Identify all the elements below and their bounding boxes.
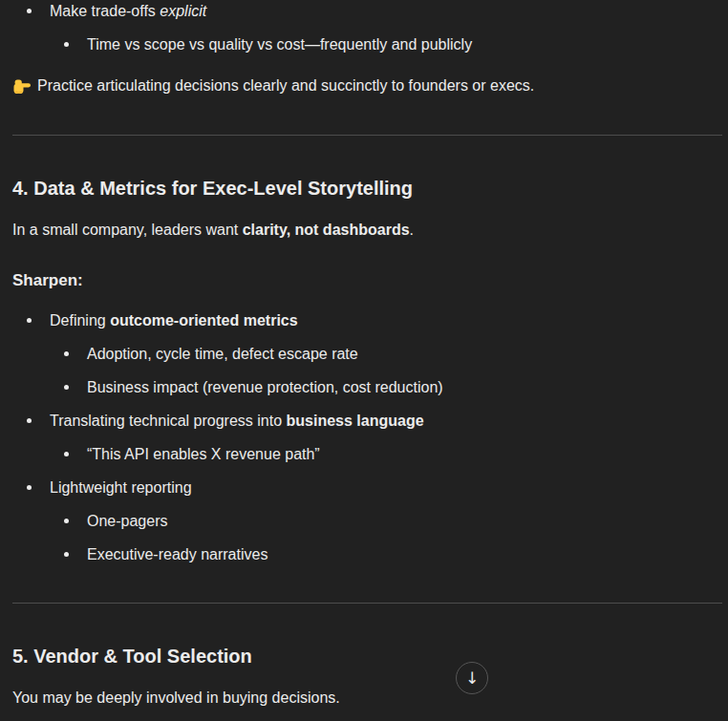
list-item-text: One-pagers — [87, 504, 722, 538]
trade-offs-list: Make trade-offs explicitTime vs scope vs… — [12, 0, 722, 61]
list-item-text: Business impact (revenue protection, cos… — [87, 371, 722, 404]
list-item-text: Translating technical progress into busi… — [50, 404, 722, 437]
list-item-text: Make trade-offs explicit — [50, 0, 722, 28]
nested-bullet-list: Time vs scope vs quality vs cost—frequen… — [50, 28, 722, 61]
section-divider — [12, 135, 722, 136]
list-item: Defining outcome-oriented metricsAdoptio… — [50, 304, 722, 404]
list-item: Business impact (revenue protection, cos… — [87, 371, 722, 404]
list-item: Time vs scope vs quality vs cost—frequen… — [87, 28, 722, 61]
nested-bullet-list: One-pagersExecutive-ready narratives — [50, 504, 722, 571]
nested-bullet-list: “This API enables X revenue path” — [50, 437, 722, 471]
list-item: Executive-ready narratives — [87, 538, 722, 571]
sharpen-subheading: Sharpen: — [12, 267, 722, 294]
pointing-right-emoji — [12, 76, 32, 95]
list-item: Lightweight reportingOne-pagersExecutive… — [50, 471, 722, 571]
chat-message-content: Make trade-offs explicitTime vs scope vs… — [0, 0, 728, 711]
list-item-text: Time vs scope vs quality vs cost—frequen… — [87, 28, 722, 61]
section4-heading: 4. Data & Metrics for Exec-Level Storyte… — [12, 175, 722, 201]
scroll-to-bottom-button[interactable]: ↓ — [456, 662, 488, 694]
list-item: “This API enables X revenue path” — [87, 437, 722, 471]
list-item-text: Executive-ready narratives — [87, 538, 722, 571]
section4-intro-bold: clarity, not dashboards — [243, 222, 410, 238]
list-item: One-pagers — [87, 504, 722, 538]
section-divider — [12, 603, 722, 604]
list-item-text: Defining outcome-oriented metrics — [50, 304, 722, 337]
list-item: Adoption, cycle time, defect escape rate — [87, 337, 722, 371]
section5-heading: 5. Vendor & Tool Selection — [12, 643, 722, 669]
section4-intro-suffix: . — [410, 222, 414, 238]
section4-intro-prefix: In a small company, leaders want — [12, 222, 243, 238]
list-item-text: Lightweight reporting — [50, 471, 722, 504]
section4-intro: In a small company, leaders want clarity… — [12, 217, 722, 244]
sharpen-list: Defining outcome-oriented metricsAdoptio… — [12, 304, 722, 571]
list-item-text: “This API enables X revenue path” — [87, 437, 722, 471]
tip-text: Practice articulating decisions clearly … — [37, 73, 534, 99]
list-item: Translating technical progress into busi… — [50, 404, 722, 471]
list-item: Make trade-offs explicitTime vs scope vs… — [50, 0, 722, 61]
down-arrow-icon: ↓ — [465, 670, 479, 687]
tip-line: Practice articulating decisions clearly … — [12, 73, 722, 99]
nested-bullet-list: Adoption, cycle time, defect escape rate… — [50, 337, 722, 404]
list-item-text: Adoption, cycle time, defect escape rate — [87, 337, 722, 371]
section5-intro: You may be deeply involved in buying dec… — [12, 685, 722, 711]
